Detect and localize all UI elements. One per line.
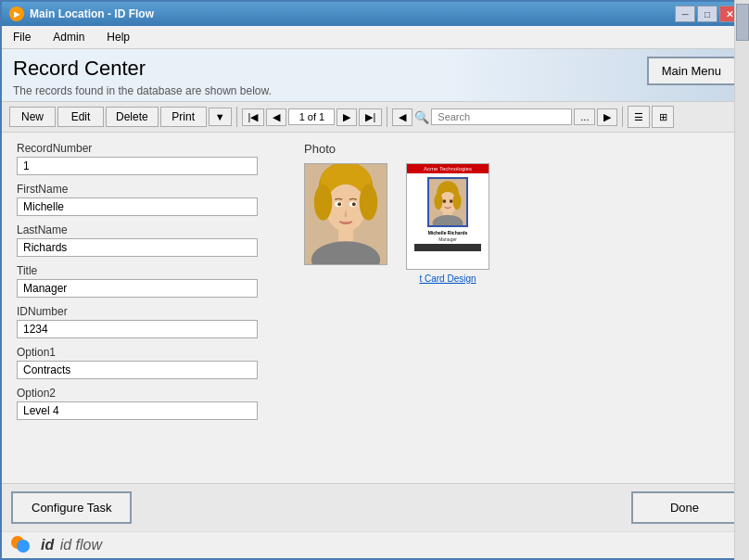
id-card-photo: [427, 177, 468, 227]
menu-bar: File Admin Help: [2, 26, 747, 49]
separator-1: [236, 107, 237, 127]
title-bar: ▶ Main Location - ID Flow ─ □ ✕: [2, 2, 747, 26]
page-title: Record Center: [13, 57, 272, 81]
menu-file[interactable]: File: [2, 28, 42, 46]
svg-point-8: [337, 202, 341, 206]
branding-bar: id id flow: [2, 531, 747, 558]
logo-flow-text: id flow: [60, 537, 102, 553]
field-title: Title Manager: [17, 264, 274, 298]
field-lastname: LastName Richards: [17, 223, 274, 257]
separator-3: [622, 107, 623, 127]
main-menu-button[interactable]: Main Menu: [647, 57, 736, 85]
field-label-lastname: LastName: [17, 223, 274, 236]
person-photo: [304, 163, 387, 265]
svg-point-15: [434, 193, 442, 210]
separator-2: [387, 107, 387, 127]
field-firstname: FirstName Michelle: [17, 183, 274, 216]
field-idnumber: IDNumber 1234: [17, 305, 274, 338]
svg-point-18: [450, 199, 453, 203]
logo-circles: [11, 536, 37, 554]
svg-point-5: [360, 185, 378, 221]
main-window: ▶ Main Location - ID Flow ─ □ ✕ File Adm…: [0, 0, 749, 560]
id-card-role: Manager: [411, 236, 485, 242]
field-label-recordnumber: RecordNumber: [17, 142, 274, 155]
maximize-button[interactable]: □: [697, 6, 717, 22]
search-icon: 🔍: [414, 110, 429, 124]
page-indicator: 1 of 1: [288, 108, 335, 125]
page-subtitle: The records found in the database are sh…: [13, 84, 272, 97]
id-card-design-link[interactable]: t Card Design: [419, 274, 476, 284]
window-title: Main Location - ID Flow: [30, 7, 669, 20]
search-input[interactable]: [431, 108, 572, 125]
new-button[interactable]: New: [9, 107, 56, 127]
field-label-idnumber: IDNumber: [17, 305, 274, 318]
menu-help[interactable]: Help: [95, 28, 141, 46]
field-option1: Option1 Contracts: [17, 346, 274, 379]
photo-panel: Photo: [289, 133, 747, 437]
view-grid-button[interactable]: ⊞: [652, 106, 674, 128]
configure-task-button[interactable]: Configure Task: [11, 491, 132, 524]
print-dropdown-button[interactable]: ▼: [209, 108, 232, 126]
svg-point-9: [352, 202, 356, 206]
minimize-button[interactable]: ─: [675, 6, 695, 22]
svg-point-4: [314, 185, 333, 221]
page-header: Record Center The records found in the d…: [2, 49, 747, 102]
edit-button[interactable]: Edit: [57, 107, 104, 127]
nav-back-button[interactable]: ◀: [392, 108, 413, 126]
photo-area: Acme Technologies: [304, 163, 489, 284]
svg-point-17: [443, 199, 447, 203]
field-option2: Option2 Level 4: [17, 387, 274, 420]
delete-button[interactable]: Delete: [106, 107, 159, 127]
main-content: RecordNumber 1 FirstName Michelle LastNa…: [2, 133, 747, 483]
id-card-barcode: [414, 244, 481, 251]
field-value-lastname: Richards: [17, 238, 258, 257]
field-label-option2: Option2: [17, 387, 274, 400]
header-text: Record Center The records found in the d…: [13, 57, 272, 97]
window-controls: ─ □ ✕: [675, 6, 740, 22]
id-card: Acme Technologies: [406, 163, 489, 270]
search-options-button[interactable]: ...: [574, 108, 595, 125]
fields-panel: RecordNumber 1 FirstName Michelle LastNa…: [2, 133, 289, 437]
nav-next-button[interactable]: ▶: [336, 108, 357, 126]
logo-circle-blue: [17, 540, 30, 553]
toolbar: New Edit Delete Print ▼ |◀ ◀ 1 of 1 ▶ ▶|…: [2, 102, 747, 133]
field-value-title: Manager: [17, 279, 258, 298]
print-button[interactable]: Print: [160, 107, 207, 127]
nav-prev-button[interactable]: ◀: [266, 108, 286, 126]
nav-last-button[interactable]: ▶|: [359, 108, 382, 126]
logo-id-text: id: [41, 537, 54, 553]
app-logo: id id flow: [11, 536, 102, 554]
content-area: Record Center The records found in the d…: [2, 49, 747, 558]
photo-label: Photo: [304, 142, 336, 156]
field-value-firstname: Michelle: [17, 197, 258, 216]
svg-point-16: [452, 193, 461, 210]
field-label-firstname: FirstName: [17, 183, 274, 196]
id-card-company: Acme Technologies: [407, 164, 489, 173]
search-forward-button[interactable]: ▶: [597, 108, 617, 126]
footer: Configure Task Done: [2, 483, 747, 531]
field-recordnumber: RecordNumber 1: [17, 142, 274, 175]
person-photo-svg: [305, 163, 387, 265]
menu-admin[interactable]: Admin: [42, 28, 95, 46]
field-value-recordnumber: 1: [17, 157, 258, 175]
logo-text: id id flow: [41, 537, 102, 554]
nav-first-button[interactable]: |◀: [242, 108, 265, 126]
id-card-photo-svg: [429, 177, 466, 227]
field-value-idnumber: 1234: [17, 320, 258, 338]
app-icon: ▶: [9, 6, 24, 21]
main-scroll-area[interactable]: RecordNumber 1 FirstName Michelle LastNa…: [2, 133, 747, 483]
id-card-name: Michelle Richards: [411, 230, 485, 235]
done-button[interactable]: Done: [631, 491, 738, 524]
field-value-option2: Level 4: [17, 401, 258, 420]
scrollbar-track[interactable]: [734, 133, 747, 483]
field-label-title: Title: [17, 264, 274, 277]
view-list-button[interactable]: ☰: [628, 106, 650, 128]
field-label-option1: Option1: [17, 346, 274, 359]
field-value-option1: Contracts: [17, 361, 258, 379]
id-card-container: Acme Technologies: [406, 163, 489, 284]
